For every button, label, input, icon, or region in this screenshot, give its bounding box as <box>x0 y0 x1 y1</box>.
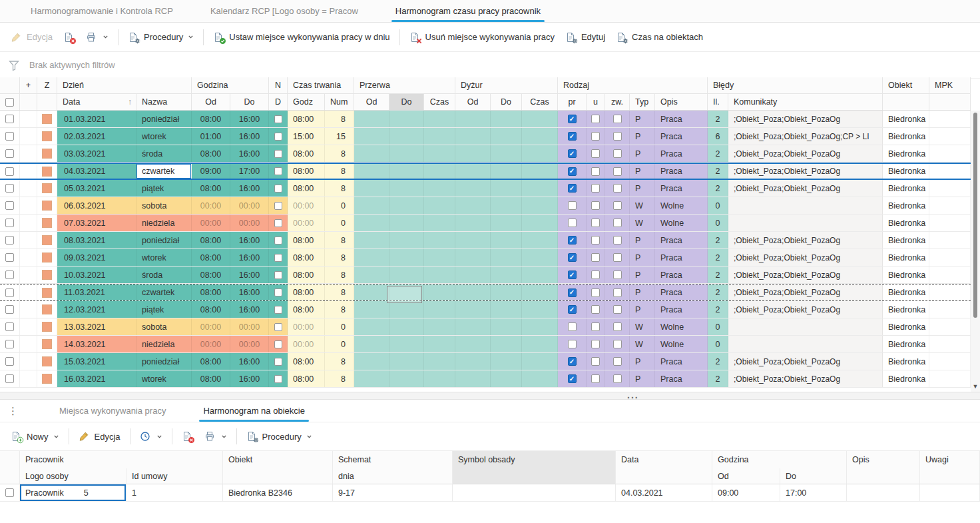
cell-dyzur-do[interactable] <box>491 128 522 145</box>
cell-obiekt[interactable]: Biedronka <box>883 197 929 214</box>
u-checkbox[interactable] <box>591 115 600 123</box>
cell-przerwa-do[interactable] <box>389 301 424 318</box>
zw-checkbox[interactable] <box>613 167 622 176</box>
cell-il[interactable]: 2 <box>708 266 728 283</box>
cell-opis[interactable]: Wolne <box>655 318 708 335</box>
cell-przerwa-do[interactable] <box>389 353 424 370</box>
cell-dyzur-od[interactable] <box>455 249 491 266</box>
row-checkbox[interactable] <box>5 322 14 331</box>
cell-komunikaty[interactable] <box>728 318 883 335</box>
cell-godz[interactable]: 08:00 <box>288 353 325 370</box>
cell-dyzur-do[interactable] <box>491 180 522 197</box>
cell-dyzur-do[interactable] <box>491 197 522 214</box>
cell-num[interactable]: 8 <box>325 232 354 249</box>
cell-d[interactable] <box>269 145 288 162</box>
cell-obiekt[interactable]: Biedronka <box>883 336 929 352</box>
tab-kalendarz-rcp[interactable]: Kalendarz RCP [Logo osoby = Pracow <box>192 0 377 22</box>
cell-obiekt[interactable]: Biedronka <box>883 266 929 283</box>
cell-opis[interactable]: Praca <box>655 180 708 197</box>
cell-typ[interactable]: W <box>630 336 655 352</box>
cell-mpk[interactable] <box>929 111 971 127</box>
cell-obiekt[interactable]: Biedronka <box>883 215 929 231</box>
col-group-obiekt[interactable]: Obiekt <box>883 77 929 93</box>
u-checkbox[interactable] <box>591 219 600 227</box>
cell-num[interactable]: 0 <box>325 318 354 335</box>
pr-checkbox[interactable] <box>568 374 577 383</box>
cell-num[interactable]: 8 <box>325 370 354 387</box>
cell-pr[interactable] <box>558 232 587 249</box>
cell-przerwa-czas[interactable] <box>424 353 455 370</box>
edit2-button[interactable]: Edytuj <box>560 28 611 47</box>
d-checkbox[interactable] <box>274 358 282 366</box>
cell-godz[interactable]: 00:00 <box>288 318 325 335</box>
cell-nazwa[interactable]: wtorek <box>136 370 192 387</box>
col-header-logo-osoby[interactable]: Logo osoby <box>20 468 126 484</box>
cell-do[interactable]: 16:00 <box>230 145 269 162</box>
bottom-delete-button[interactable] <box>176 427 199 446</box>
cell-data[interactable]: 14.03.2021 <box>57 336 136 352</box>
cell-typ[interactable]: P <box>630 164 655 179</box>
pr-checkbox[interactable] <box>568 236 577 245</box>
cell-od[interactable]: 09:00 <box>712 484 780 502</box>
cell-dyzur-od[interactable] <box>455 266 491 283</box>
cell-zw[interactable] <box>605 180 630 197</box>
cell-przerwa-do[interactable] <box>389 111 424 127</box>
cell-dyzur-czas[interactable] <box>522 164 558 179</box>
cell-mpk[interactable] <box>929 197 971 214</box>
cell-dyzur-do[interactable] <box>491 145 522 162</box>
u-checkbox[interactable] <box>591 270 600 279</box>
cell-opis[interactable]: Praca <box>655 164 708 179</box>
cell-opis[interactable]: Praca <box>655 232 708 249</box>
cell-godz[interactable]: 08:00 <box>288 284 325 300</box>
cell-przerwa-od[interactable] <box>354 111 389 127</box>
d-checkbox[interactable] <box>274 323 282 331</box>
cell-dyzur-do[interactable] <box>491 370 522 387</box>
cell-pr[interactable] <box>558 370 587 387</box>
col-header[interactable]: Typ <box>630 94 655 110</box>
col-group-data[interactable]: Data <box>616 451 712 468</box>
cell-od[interactable]: 08:00 <box>192 145 230 162</box>
d-checkbox[interactable] <box>274 150 282 158</box>
cell-opis[interactable]: Praca <box>655 128 708 145</box>
u-checkbox[interactable] <box>591 374 600 383</box>
cell-zw[interactable] <box>605 301 630 318</box>
cell-typ[interactable]: P <box>630 111 655 127</box>
d-checkbox[interactable] <box>274 375 282 383</box>
cell-dyzur-do[interactable] <box>491 266 522 283</box>
col-group-schemat[interactable]: Schemat <box>333 451 453 468</box>
zw-checkbox[interactable] <box>613 132 622 141</box>
cell-d[interactable] <box>269 111 288 127</box>
cell-num[interactable]: 0 <box>325 215 354 231</box>
cell-opis[interactable]: Praca <box>655 284 708 300</box>
col-header[interactable]: Od <box>354 94 389 110</box>
cell-przerwa-do[interactable] <box>389 370 424 387</box>
cell-data[interactable]: 13.03.2021 <box>57 318 136 335</box>
cell-d[interactable] <box>269 284 288 300</box>
u-checkbox[interactable] <box>591 132 600 141</box>
cell-mpk[interactable] <box>929 128 971 145</box>
cell-dyzur-od[interactable] <box>455 232 491 249</box>
cell-opis[interactable]: Praca <box>655 111 708 127</box>
cell-przerwa-od[interactable] <box>354 249 389 266</box>
cell-dyzur-od[interactable] <box>455 145 491 162</box>
d-checkbox[interactable] <box>274 254 282 262</box>
cell-num[interactable]: 8 <box>325 180 354 197</box>
pr-checkbox[interactable] <box>568 132 577 141</box>
cell-il[interactable]: 0 <box>708 197 728 214</box>
cell-il[interactable]: 2 <box>708 164 728 179</box>
cell-dyzur-czas[interactable] <box>522 353 558 370</box>
cell-nazwa[interactable]: piątek <box>136 301 192 318</box>
cell-obiekt[interactable]: Biedronka <box>883 301 929 318</box>
d-checkbox[interactable] <box>274 271 282 279</box>
cell-zw[interactable] <box>605 318 630 335</box>
splitter-grip-icon[interactable]: ... <box>627 390 639 400</box>
cell-il[interactable]: 2 <box>708 301 728 318</box>
cell-dyzur-czas[interactable] <box>522 318 558 335</box>
cell-godz[interactable]: 08:00 <box>288 266 325 283</box>
cell-nazwa[interactable]: sobota <box>136 197 192 214</box>
cell-data[interactable]: 09.03.2021 <box>57 249 136 266</box>
cell-typ[interactable]: P <box>630 353 655 370</box>
cell-u[interactable] <box>587 318 605 335</box>
cell-od[interactable]: 01:00 <box>192 128 230 145</box>
cell-mpk[interactable] <box>929 301 971 318</box>
